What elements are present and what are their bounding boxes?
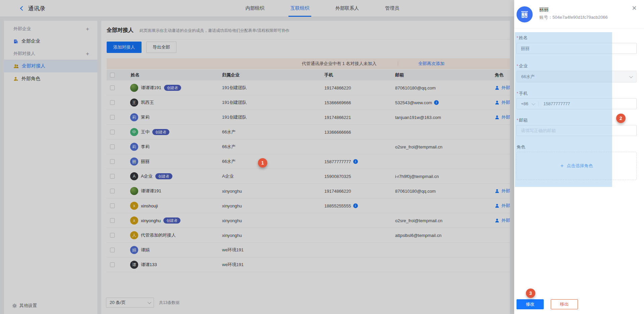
annotation-step-3: 3: [526, 289, 535, 298]
phone-field-label: 手机: [517, 90, 528, 97]
annotation-step-2: 2: [616, 114, 626, 123]
company-field-label: 企业: [517, 63, 528, 69]
remove-button[interactable]: 移出: [551, 299, 578, 309]
drawer-account-id: 账号：504e7a4fe90d1fc79acb2066: [539, 14, 608, 20]
phone-field[interactable]: [539, 101, 636, 106]
email-field[interactable]: [517, 125, 637, 136]
edit-button[interactable]: 修改: [517, 299, 544, 309]
contact-detail-drawer: 丽 丽丽 账号：504e7a4fe90d1fc79acb2066 × 姓名 企业…: [514, 0, 644, 314]
name-field[interactable]: [517, 43, 637, 54]
close-icon[interactable]: ×: [632, 4, 637, 12]
annotation-step-1: 1: [258, 158, 267, 168]
chevron-down-icon: [629, 74, 633, 78]
email-field-label: 邮箱: [517, 117, 528, 123]
select-role-label: 点击选择角色: [567, 163, 593, 169]
avatar: 丽: [517, 6, 533, 22]
phone-field-group: +86: [517, 98, 637, 109]
chevron-down-icon: [532, 101, 535, 105]
name-field-label: 姓名: [517, 35, 528, 41]
role-field-label: 角色: [517, 144, 525, 150]
divider: [514, 28, 644, 28]
divider: [538, 101, 539, 107]
country-code-select[interactable]: +86: [517, 101, 538, 106]
country-code-value: +86: [521, 101, 528, 106]
drawer-contact-name: 丽丽: [539, 7, 549, 13]
plus-icon: +: [560, 163, 564, 169]
company-select[interactable]: 66水产: [517, 71, 637, 82]
company-select-value: 66水产: [521, 74, 535, 80]
select-role-button[interactable]: + 点击选择角色: [517, 152, 637, 180]
